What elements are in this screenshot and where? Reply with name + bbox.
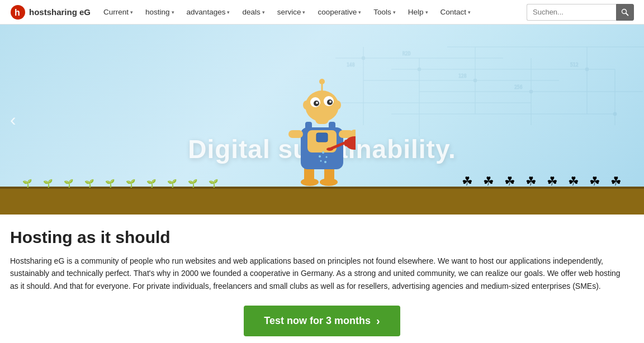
plant-1: ☘ [462, 174, 473, 189]
nav-tools[interactable]: Tools ▾ [368, 0, 401, 25]
search-input[interactable] [527, 4, 616, 21]
nav-deals-label: deals [242, 8, 260, 16]
seedling-4: 🌱 [84, 179, 94, 188]
nav-hosting-caret: ▾ [172, 9, 174, 15]
hero-plants: ☘ ☘ ☘ ☘ ☘ ☘ ☘ ☘ [462, 174, 622, 189]
hero-ground [0, 187, 644, 215]
svg-point-18 [418, 68, 421, 71]
svg-point-55 [316, 102, 318, 104]
svg-point-56 [329, 101, 332, 103]
search-button[interactable] [616, 4, 634, 21]
svg-point-19 [473, 79, 477, 82]
svg-line-3 [626, 13, 629, 16]
nav-help[interactable]: Help ▾ [403, 0, 433, 25]
plant-7: ☘ [589, 174, 600, 189]
nav-current-label: Current [103, 8, 129, 16]
seedling-8: 🌱 [167, 179, 177, 188]
svg-text:h: h [15, 8, 20, 17]
nav-contact[interactable]: Contact ▾ [435, 0, 476, 25]
nav-help-label: Help [408, 8, 424, 16]
svg-rect-37 [288, 130, 303, 138]
brand-name: hostsharing eG [29, 7, 91, 17]
seedling-6: 🌱 [126, 179, 135, 188]
svg-point-44 [322, 151, 324, 154]
svg-point-17 [362, 56, 365, 60]
nav-deals[interactable]: deals ▾ [237, 0, 269, 25]
hero-seedlings: 🌱 🌱 🌱 🌱 🌱 🌱 🌱 🌱 🌱 🌱 [22, 179, 218, 188]
svg-point-60 [334, 101, 341, 109]
svg-text:R2D: R2D [402, 51, 411, 56]
nav-tools-label: Tools [373, 8, 391, 16]
seedling-9: 🌱 [188, 179, 197, 188]
svg-point-21 [585, 68, 589, 71]
plant-2: ☘ [483, 174, 494, 189]
svg-point-50 [305, 90, 339, 122]
cta-button[interactable]: Test now for 3 months › [244, 306, 400, 336]
nav-advantages[interactable]: advantages ▾ [182, 0, 235, 25]
page-title: Hosting as it should [10, 228, 634, 247]
plant-4: ☘ [525, 174, 537, 189]
brand-logo[interactable]: h hostsharing eG [10, 4, 91, 20]
page-description: Hostsharing eG is a community of people … [10, 255, 625, 292]
plant-3: ☘ [504, 174, 515, 189]
plant-5: ☘ [547, 174, 558, 189]
seedling-1: 🌱 [22, 179, 32, 188]
svg-point-20 [529, 90, 533, 93]
seedling-10: 🌱 [209, 179, 218, 188]
seedling-2: 🌱 [43, 179, 53, 188]
nav-advantages-caret: ▾ [227, 9, 230, 15]
hero-banner: 148 R2D 128 256 512 ‹ [0, 25, 644, 215]
nav-contact-caret: ▾ [468, 9, 471, 15]
nav-help-caret: ▾ [425, 9, 428, 15]
nav-tools-caret: ▾ [393, 9, 396, 15]
svg-text:512: 512 [570, 63, 579, 68]
plant-8: ☘ [610, 174, 622, 189]
search-form [527, 4, 634, 21]
nav-cooperative[interactable]: cooperative ▾ [312, 0, 366, 25]
svg-point-47 [320, 160, 322, 162]
seedling-7: 🌱 [146, 179, 156, 188]
svg-point-43 [326, 147, 333, 151]
svg-point-2 [622, 9, 627, 13]
nav-cooperative-label: cooperative [318, 8, 357, 16]
nav-service-label: service [277, 8, 301, 16]
nav-service[interactable]: service ▾ [272, 0, 311, 25]
seedling-3: 🌱 [64, 179, 73, 188]
svg-text:148: 148 [347, 63, 355, 68]
nav-contact-label: Contact [441, 8, 467, 16]
search-icon [621, 8, 629, 16]
svg-point-48 [324, 161, 326, 163]
plant-6: ☘ [568, 174, 579, 189]
nav-advantages-label: advantages [187, 8, 226, 16]
nav-hosting-label: hosting [145, 8, 170, 16]
hero-prev-arrow[interactable]: ‹ [10, 109, 16, 130]
svg-rect-36 [316, 133, 328, 142]
svg-rect-41 [344, 140, 356, 146]
svg-point-22 [613, 112, 617, 116]
svg-point-58 [319, 79, 325, 84]
navbar: h hostsharing eG Current ▾ hosting ▾ adv… [0, 0, 644, 25]
svg-point-46 [326, 156, 328, 158]
hero-mascot [288, 77, 356, 189]
nav-deals-caret: ▾ [262, 9, 265, 15]
nav-service-caret: ▾ [302, 9, 305, 15]
nav-hosting[interactable]: hosting ▾ [140, 0, 179, 25]
nav-current[interactable]: Current ▾ [98, 0, 138, 25]
nav-current-caret: ▾ [130, 9, 133, 15]
seedling-5: 🌱 [105, 179, 115, 188]
svg-point-59 [303, 101, 310, 109]
nav-cooperative-caret: ▾ [358, 9, 361, 15]
svg-text:256: 256 [514, 85, 523, 90]
logo-icon: h [10, 4, 26, 20]
cta-label: Test now for 3 months [264, 315, 371, 327]
main-content: Hosting as it should Hostsharing eG is a… [0, 215, 644, 343]
svg-text:128: 128 [458, 74, 467, 79]
cta-section: Test now for 3 months › [10, 306, 634, 343]
svg-point-45 [319, 155, 321, 158]
cta-arrow-icon: › [376, 315, 380, 327]
